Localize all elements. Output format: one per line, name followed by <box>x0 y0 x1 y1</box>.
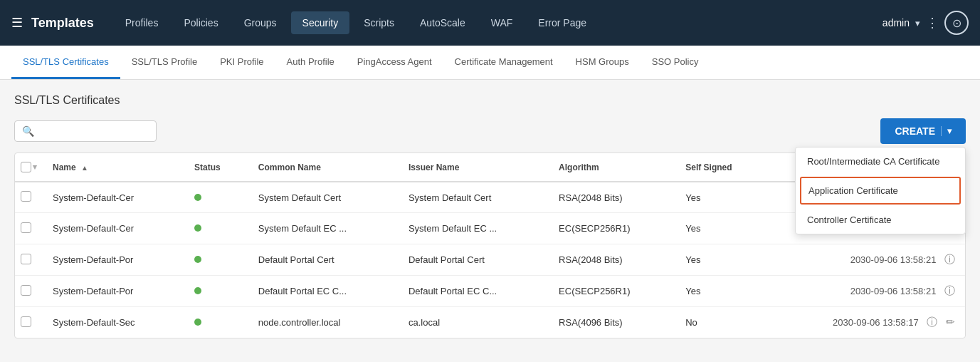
row-name: System-Default-Sec <box>43 307 184 338</box>
nav-brand: ☰ Templates <box>11 15 94 31</box>
row-actions: 2030-09-06 13:58:17 ⓘ ✏ <box>768 307 965 338</box>
user-chevron-icon[interactable]: ▾ <box>915 18 920 29</box>
th-common-name: Common Name <box>248 153 399 182</box>
row-name: System-Default-Cer <box>43 182 184 213</box>
status-dot <box>194 319 201 326</box>
row-self-signed: Yes <box>675 276 767 307</box>
sub-nav-item-ssl-tls-certificates[interactable]: SSL/TLS Certificates <box>11 46 120 79</box>
row-status <box>184 213 248 244</box>
row-name: System-Default-Por <box>43 244 184 276</box>
row-algorithm: EC(SECP256R1) <box>549 276 675 307</box>
edit-icon[interactable]: ✏ <box>946 316 955 328</box>
row-checkbox-cell <box>15 182 43 213</box>
nav-item-profiles[interactable]: Profiles <box>114 11 170 34</box>
create-button-label: CREATE <box>895 125 935 137</box>
row-checkbox-1[interactable] <box>21 222 31 233</box>
row-issuer-name: Default Portal Cert <box>399 244 549 276</box>
select-all-checkbox[interactable] <box>21 162 31 172</box>
table-row: System-Default-Sec node.controller.local… <box>15 307 965 338</box>
th-issuer-name: Issuer Name <box>399 153 549 182</box>
row-checkbox-3[interactable] <box>21 285 31 296</box>
nav-dots-icon[interactable]: ⋮ <box>926 15 939 31</box>
row-name: System-Default-Por <box>43 276 184 307</box>
row-common-name: node.controller.local <box>248 307 399 338</box>
dropdown-item-root-intermediate-ca-certificate[interactable]: Root/Intermediate CA Certificate <box>796 148 965 175</box>
row-checkbox-2[interactable] <box>21 254 31 264</box>
status-dot <box>194 194 201 201</box>
row-checkbox-cell <box>15 213 43 244</box>
brand-title: Templates <box>31 16 94 31</box>
info-icon[interactable]: ⓘ <box>944 253 955 265</box>
hamburger-icon[interactable]: ☰ <box>11 15 23 31</box>
row-issuer-name: Default Portal EC C... <box>399 276 549 307</box>
row-self-signed: No <box>675 307 767 338</box>
th-checkbox: ▾ <box>15 153 43 182</box>
row-status <box>184 182 248 213</box>
th-status: Status <box>184 153 248 182</box>
row-expiry: 2030-09-06 13:58:21 <box>850 286 937 296</box>
dropdown-item-controller-certificate[interactable]: Controller Certificate <box>796 206 965 234</box>
main-content: SSL/TLS Certificates 🔍 CREATE ▾ Root/Int… <box>0 80 980 362</box>
sub-nav-item-ssl-tls-profile[interactable]: SSL/TLS Profile <box>120 46 209 79</box>
row-issuer-name: ca.local <box>399 307 549 338</box>
nav-item-error-page[interactable]: Error Page <box>527 11 598 34</box>
row-self-signed: Yes <box>675 182 767 213</box>
th-name: Name ▲ <box>43 153 184 182</box>
search-box[interactable]: 🔍 <box>14 120 157 142</box>
nav-user-label: admin <box>882 17 910 29</box>
row-checkbox-cell <box>15 307 43 338</box>
row-status <box>184 276 248 307</box>
row-checkbox-0[interactable] <box>21 191 31 202</box>
sub-nav: SSL/TLS CertificatesSSL/TLS ProfilePKI P… <box>0 46 980 80</box>
top-nav: ☰ Templates ProfilesPoliciesGroupsSecuri… <box>0 0 980 46</box>
sub-nav-item-pki-profile[interactable]: PKI Profile <box>209 46 275 79</box>
row-algorithm: RSA(2048 Bits) <box>549 244 675 276</box>
sub-nav-item-hsm-groups[interactable]: HSM Groups <box>564 46 641 79</box>
row-common-name: System Default Cert <box>248 182 399 213</box>
info-icon[interactable]: ⓘ <box>927 316 937 328</box>
th-self-signed: Self Signed <box>675 153 767 182</box>
sub-nav-item-sso-policy[interactable]: SSO Policy <box>641 46 710 79</box>
row-expiry: 2030-09-06 13:58:21 <box>850 254 937 265</box>
sub-nav-item-certificate-management[interactable]: Certificate Management <box>443 46 564 79</box>
nav-item-waf[interactable]: WAF <box>480 11 525 34</box>
sub-nav-item-auth-profile[interactable]: Auth Profile <box>275 46 346 79</box>
row-actions: 2030-09-06 13:58:21 ⓘ <box>768 244 965 276</box>
row-algorithm: EC(SECP256R1) <box>549 213 675 244</box>
name-sort-icon[interactable]: ▲ <box>81 164 88 172</box>
status-dot <box>194 287 201 294</box>
row-common-name: Default Portal Cert <box>248 244 399 276</box>
search-input[interactable] <box>34 126 149 137</box>
create-wrapper: CREATE ▾ Root/Intermediate CA Certificat… <box>880 118 966 144</box>
row-expiry: 2030-09-06 13:58:17 <box>833 317 919 328</box>
nav-item-autoscale[interactable]: AutoScale <box>409 11 477 34</box>
nav-right: admin ▾ ⋮ ⊙ <box>882 11 969 35</box>
row-algorithm: RSA(4096 Bits) <box>549 307 675 338</box>
row-self-signed: Yes <box>675 244 767 276</box>
row-status <box>184 244 248 276</box>
row-algorithm: RSA(2048 Bits) <box>549 182 675 213</box>
shield-icon[interactable]: ⊙ <box>944 11 969 35</box>
table-row: System-Default-Por Default Portal Cert D… <box>15 244 965 276</box>
row-checkbox-cell <box>15 244 43 276</box>
th-sort-chevron-icon[interactable]: ▾ <box>33 162 37 172</box>
row-checkbox-cell <box>15 276 43 307</box>
row-self-signed: Yes <box>675 213 767 244</box>
row-issuer-name: System Default Cert <box>399 182 549 213</box>
row-name: System-Default-Cer <box>43 213 184 244</box>
nav-items: ProfilesPoliciesGroupsSecurityScriptsAut… <box>114 11 880 34</box>
row-common-name: Default Portal EC C... <box>248 276 399 307</box>
info-icon[interactable]: ⓘ <box>944 284 955 296</box>
row-common-name: System Default EC ... <box>248 213 399 244</box>
create-button[interactable]: CREATE ▾ <box>880 118 966 144</box>
nav-item-policies[interactable]: Policies <box>172 11 229 34</box>
row-actions: 2030-09-06 13:58:21 ⓘ <box>768 276 965 307</box>
nav-item-groups[interactable]: Groups <box>233 11 288 34</box>
create-chevron-icon: ▾ <box>941 126 952 136</box>
sub-nav-item-pingaccess-agent[interactable]: PingAccess Agent <box>346 46 443 79</box>
row-checkbox-4[interactable] <box>21 316 31 327</box>
dropdown-item-application-certificate[interactable]: Application Certificate <box>800 177 961 205</box>
nav-item-scripts[interactable]: Scripts <box>352 11 406 34</box>
page-title: SSL/TLS Certificates <box>14 94 966 107</box>
nav-item-security[interactable]: Security <box>291 11 350 34</box>
